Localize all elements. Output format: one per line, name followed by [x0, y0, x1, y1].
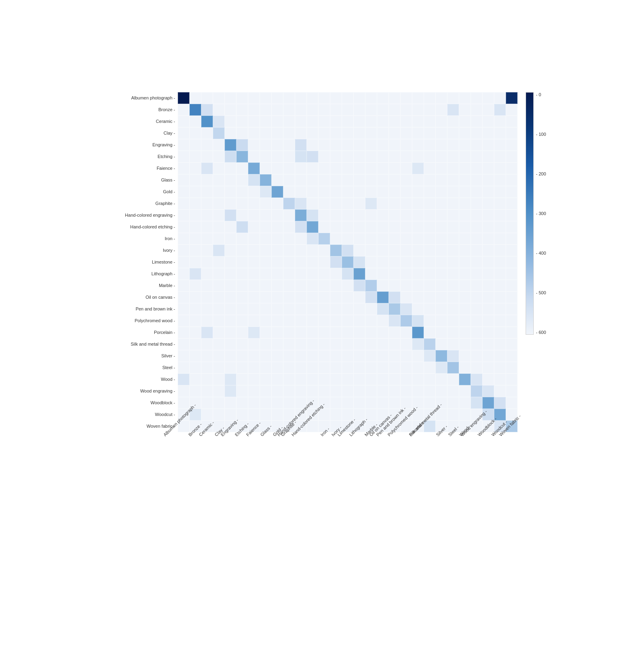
- cell-13-7: [260, 245, 271, 256]
- cell-0-16: [365, 92, 377, 104]
- cell-6-21: [424, 163, 436, 174]
- cell-17-21: [424, 291, 436, 303]
- cell-20-5: [236, 327, 248, 338]
- cell-4-4: [225, 139, 236, 151]
- cell-9-14: [342, 198, 354, 209]
- cell-5-12: [318, 151, 330, 163]
- cell-19-12: [318, 315, 330, 327]
- cell-5-8: [271, 151, 283, 163]
- left-label-12: Iron -: [111, 233, 175, 245]
- cell-2-9: [283, 116, 295, 127]
- cell-12-12: [318, 233, 330, 245]
- cell-21-5: [236, 338, 248, 350]
- cell-7-19: [400, 174, 412, 186]
- cell-13-20: [412, 245, 424, 256]
- cell-24-0: [178, 374, 189, 385]
- cell-17-11: [307, 291, 318, 303]
- cell-8-11: [307, 186, 318, 198]
- cell-25-13: [330, 385, 342, 397]
- cell-17-20: [412, 291, 424, 303]
- cell-21-4: [225, 338, 236, 350]
- cell-6-13: [330, 163, 342, 174]
- cell-7-23: [447, 174, 459, 186]
- left-label-7: Glass -: [111, 174, 175, 186]
- cell-18-21: [424, 303, 436, 315]
- cell-15-23: [447, 268, 459, 280]
- cell-16-20: [412, 280, 424, 291]
- cell-19-7: [260, 315, 271, 327]
- cell-2-23: [447, 116, 459, 127]
- cell-12-20: [412, 233, 424, 245]
- cell-14-1: [189, 256, 201, 268]
- cell-1-10: [295, 104, 307, 116]
- cell-11-17: [377, 221, 389, 233]
- cell-22-16: [365, 350, 377, 362]
- left-label-14: Limestone -: [111, 256, 175, 268]
- cell-1-5: [236, 104, 248, 116]
- cell-23-3: [213, 362, 225, 374]
- left-label-3: Clay -: [111, 127, 175, 139]
- cell-13-13: [330, 245, 342, 256]
- cell-4-3: [213, 139, 225, 151]
- cell-19-22: [436, 315, 447, 327]
- cell-20-26: [482, 327, 494, 338]
- cell-10-23: [447, 209, 459, 221]
- cell-1-13: [330, 104, 342, 116]
- bottom-label-19: Polychromed wood -: [400, 434, 412, 498]
- cell-4-20: [412, 139, 424, 151]
- cell-0-23: [447, 92, 459, 104]
- matrix-grid: [178, 92, 518, 432]
- cell-24-25: [471, 374, 482, 385]
- cell-15-1: [189, 268, 201, 280]
- cell-2-6: [248, 116, 260, 127]
- cell-25-27: [494, 385, 506, 397]
- cell-11-26: [482, 221, 494, 233]
- cell-4-23: [447, 139, 459, 151]
- cell-6-4: [225, 163, 236, 174]
- cell-14-15: [354, 256, 365, 268]
- cell-25-21: [424, 385, 436, 397]
- cell-20-12: [318, 327, 330, 338]
- cell-19-4: [225, 315, 236, 327]
- cell-15-0: [178, 268, 189, 280]
- cell-24-21: [424, 374, 436, 385]
- cell-17-4: [225, 291, 236, 303]
- cell-13-12: [318, 245, 330, 256]
- cell-25-19: [400, 385, 412, 397]
- cell-12-13: [330, 233, 342, 245]
- cell-3-15: [354, 127, 365, 139]
- cell-26-7: [260, 397, 271, 409]
- cell-11-4: [225, 221, 236, 233]
- cell-22-28: [506, 350, 518, 362]
- cell-18-24: [459, 303, 471, 315]
- cell-24-16: [365, 374, 377, 385]
- cell-16-22: [436, 280, 447, 291]
- cell-27-3: [213, 409, 225, 420]
- cell-22-25: [471, 350, 482, 362]
- cell-1-3: [213, 104, 225, 116]
- cell-20-1: [189, 327, 201, 338]
- cell-4-22: [436, 139, 447, 151]
- left-label-23: Steel -: [111, 362, 175, 374]
- cell-27-24: [459, 409, 471, 420]
- cell-9-22: [436, 198, 447, 209]
- cell-15-5: [236, 268, 248, 280]
- cell-19-24: [459, 315, 471, 327]
- cell-5-21: [424, 151, 436, 163]
- cell-19-25: [471, 315, 482, 327]
- cell-26-2: [201, 397, 213, 409]
- cell-9-18: [389, 198, 400, 209]
- cell-17-7: [260, 291, 271, 303]
- bottom-label-24: Wood -: [459, 434, 471, 498]
- cell-17-3: [213, 291, 225, 303]
- cell-5-20: [412, 151, 424, 163]
- cell-8-6: [248, 186, 260, 198]
- cell-17-23: [447, 291, 459, 303]
- cell-13-10: [295, 245, 307, 256]
- cell-15-3: [213, 268, 225, 280]
- cell-22-1: [189, 350, 201, 362]
- cell-8-8: [271, 186, 283, 198]
- cell-18-10: [295, 303, 307, 315]
- cell-23-18: [389, 362, 400, 374]
- cell-22-5: [236, 350, 248, 362]
